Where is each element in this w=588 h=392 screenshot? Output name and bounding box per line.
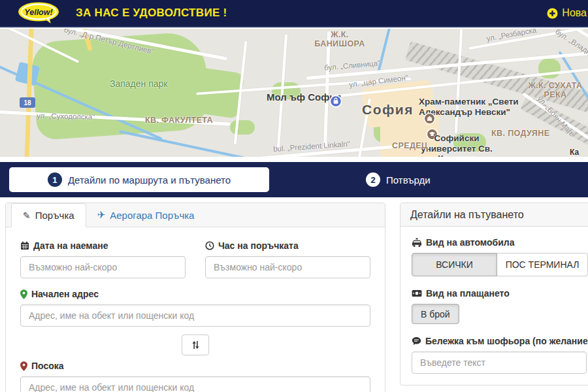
new-order-label: Нова <box>562 7 587 19</box>
map-road-label: бул. „Сливница" <box>324 59 381 71</box>
tab-airport-order[interactable]: ✈ Аерогара Поръчка <box>86 203 206 227</box>
date-field-label: Дата на наемане <box>33 240 108 251</box>
driver-note-label: Бележка към шофьора (по желание) <box>425 336 588 346</box>
taxi-icon <box>412 238 422 247</box>
map-road-label: ул. „Суходолска" <box>37 112 95 121</box>
time-input[interactable] <box>205 256 370 278</box>
date-field-label-row: Дата на наемане <box>20 240 186 251</box>
vehicle-option-pos-terminal-button[interactable]: ПОС ТЕРМИНАЛ <box>497 253 588 276</box>
map-route-shield: 18 <box>20 97 35 108</box>
map-district-label: КВ. ПОДУЯНЕ <box>491 129 549 138</box>
red-pin-icon <box>20 361 27 371</box>
step-2-number-badge: 2 <box>366 172 380 187</box>
trip-details-header: Детайли на пътуването <box>400 203 588 227</box>
swap-addresses-button[interactable] <box>182 335 209 355</box>
tab-airport-label: Аерогара Поръчка <box>110 210 194 221</box>
driver-note-label-row: Бележка към шофьора (по желание) <box>412 336 588 346</box>
vehicle-type-button-group: ВСИЧКИ ПОС ТЕРМИНАЛ <box>412 253 588 276</box>
time-field-label: Час на поръчката <box>218 240 299 251</box>
plus-circle-icon <box>547 8 558 19</box>
map-attribution-text: Ка <box>570 148 579 157</box>
yellow-taxi-logo[interactable]: Yellow! <box>17 1 61 25</box>
plane-icon: ✈ <box>97 209 106 221</box>
wizard-step-bar: 1 Детайли по маршрута и пътуването 2 Пот… <box>0 162 588 197</box>
map-district-label: Ж.К. СУХАТА РЕКА <box>521 81 588 100</box>
map-park-label: Западен парк <box>110 78 167 89</box>
start-address-input[interactable] <box>20 304 370 327</box>
page: Yellow! ЗА НАС Е УДОВОЛСТВИЕ ! Нова <box>0 0 588 392</box>
pencil-icon: ✎ <box>23 210 31 221</box>
driver-note-input[interactable] <box>412 351 587 374</box>
step-2-label: Потвърди <box>386 174 431 186</box>
swap-arrows-icon <box>191 340 200 350</box>
direction-label: Посока <box>31 361 64 371</box>
tab-order[interactable]: ✎ Поръчка <box>11 203 86 227</box>
step-1-label: Детайли по маршрута и пътуването <box>68 174 231 186</box>
clock-icon <box>205 241 214 250</box>
navbar-slogan: ЗА НАС Е УДОВОЛСТВИЕ ! <box>76 7 227 20</box>
map-highway <box>24 29 33 157</box>
green-pin-icon <box>20 289 27 299</box>
vehicle-type-label-row: Вид на автомобила <box>412 237 588 248</box>
top-navbar: Yellow! ЗА НАС Е УДОВОЛСТВИЕ ! Нова <box>0 0 588 27</box>
map-park-area <box>230 120 255 135</box>
order-form-panel: ✎ Поръчка ✈ Аерогара Поръчка <box>5 203 385 392</box>
trip-details-panel: Детайли на пътуването Вид на автомобила <box>400 203 588 385</box>
time-field-label-row: Час на поръчката <box>205 240 370 251</box>
banknote-icon <box>412 289 422 297</box>
map-road <box>323 31 331 149</box>
map-district-label: Ж.К. БАНИШОРА <box>307 30 372 49</box>
map-city-label: София <box>362 102 414 118</box>
vehicle-option-all-button[interactable]: ВСИЧКИ <box>412 253 497 276</box>
vehicle-type-label: Вид на автомобила <box>426 237 515 248</box>
direction-label-row: Посока <box>20 361 370 371</box>
map-poi-label-university: Софийски университет Св. Климент <box>418 133 495 157</box>
speech-bubble-icon <box>412 336 421 346</box>
trip-details-body: Вид на автомобила ВСИЧКИ ПОС ТЕРМИНАЛ <box>400 227 588 382</box>
start-address-label-row: Начален адрес <box>20 289 370 299</box>
payment-type-label: Вид на плащането <box>426 288 510 299</box>
date-input[interactable] <box>20 256 186 278</box>
svg-text:Yellow!: Yellow! <box>24 8 52 17</box>
start-address-label: Начален адрес <box>31 289 99 299</box>
map-district-label: КВ. ФАКУЛТЕТА <box>145 116 213 125</box>
main-content: ✎ Поръчка ✈ Аерогара Поръчка <box>0 197 588 392</box>
step-1-route-details[interactable]: 1 Детайли по маршрута и пътуването <box>9 167 269 192</box>
payment-option-cash-button[interactable]: В брой <box>412 304 459 324</box>
trip-details-title: Детайли на пътуването <box>410 209 524 221</box>
tab-order-label: Поръчка <box>35 210 74 221</box>
step-1-number-badge: 1 <box>48 172 62 187</box>
payment-type-label-row: Вид на плащането <box>412 288 588 299</box>
order-form-body: Дата на наемане Час на <box>6 227 385 392</box>
calendar-icon <box>20 241 29 250</box>
new-order-link[interactable]: Нова <box>547 7 587 19</box>
step-2-confirm[interactable]: 2 Потвърди <box>366 167 431 192</box>
map-park-area <box>182 61 199 73</box>
direction-input[interactable] <box>20 376 370 392</box>
map-district-label: СРЕДЕЦ <box>392 141 427 150</box>
map-canvas[interactable]: бул. „Д-р Петър Дертлиев" Западен парк 1… <box>0 29 588 157</box>
order-form-tabs-header: ✎ Поръчка ✈ Аерогара Поръчка <box>6 203 385 227</box>
logo-bubble-icon: Yellow! <box>17 1 61 25</box>
